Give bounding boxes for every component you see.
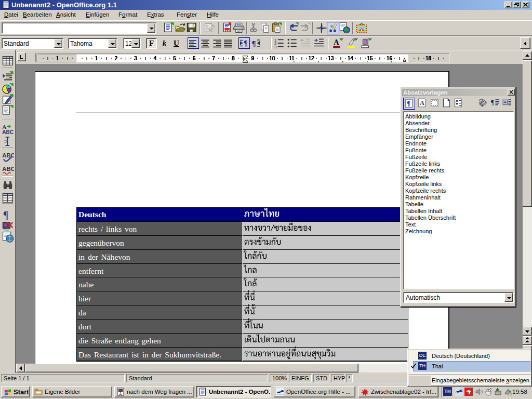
svg-text:¶: ¶ xyxy=(251,39,256,48)
svg-text:4: 4 xyxy=(154,56,157,61)
svg-text:3: 3 xyxy=(274,45,276,49)
svg-text:A: A xyxy=(420,99,424,107)
svg-text:ABC: ABC xyxy=(2,129,14,135)
svg-text:6: 6 xyxy=(193,56,196,61)
svg-text:1: 1 xyxy=(95,56,98,61)
svg-text:ABC: ABC xyxy=(2,166,14,172)
svg-text:5: 5 xyxy=(173,56,176,61)
svg-text:3: 3 xyxy=(134,56,137,61)
svg-text:1: 1 xyxy=(56,56,59,61)
svg-text:¶: ¶ xyxy=(244,39,248,47)
svg-text:9: 9 xyxy=(251,56,255,61)
svg-text:A: A xyxy=(334,38,339,46)
svg-text:18: 18 xyxy=(425,56,432,61)
svg-text:11: 11 xyxy=(289,56,295,61)
svg-text:¶: ¶ xyxy=(407,100,410,107)
svg-text:15: 15 xyxy=(367,56,373,61)
svg-text:14: 14 xyxy=(348,56,354,61)
svg-text:16: 16 xyxy=(387,56,393,61)
svg-text:ABC: ABC xyxy=(2,152,14,158)
svg-text:¶: ¶ xyxy=(491,99,494,106)
svg-text:8: 8 xyxy=(232,56,235,61)
svg-text:13: 13 xyxy=(328,56,334,61)
svg-text:7: 7 xyxy=(212,56,215,61)
svg-text:10: 10 xyxy=(269,56,275,61)
svg-text:12: 12 xyxy=(308,56,314,61)
svg-text:2: 2 xyxy=(114,56,117,61)
svg-text:¶: ¶ xyxy=(4,209,8,221)
